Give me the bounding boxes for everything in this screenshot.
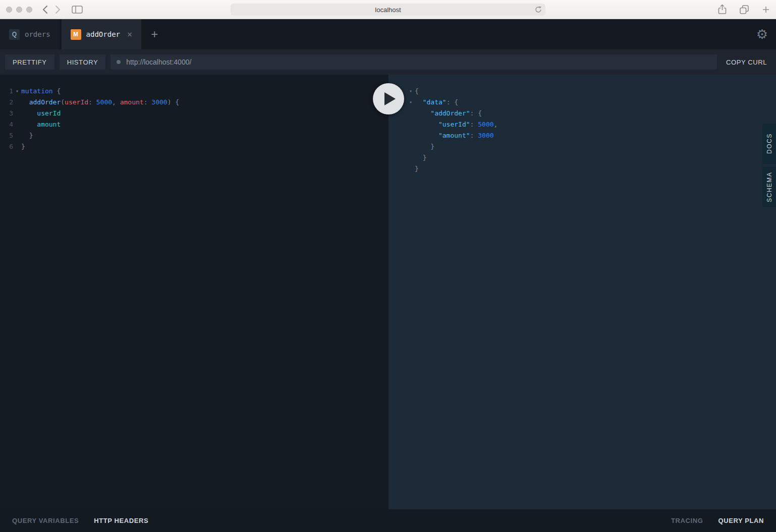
- line-number: 1: [0, 86, 13, 97]
- code-text: "addOrder": {: [415, 108, 482, 119]
- tab-label: addOrder: [86, 30, 120, 38]
- mutation-badge: M: [71, 29, 81, 40]
- fold-gutter: [407, 130, 415, 141]
- tab-label: orders: [25, 30, 50, 38]
- code-line: 6}: [0, 141, 389, 152]
- playground-tab-bar: Q orders M addOrder × + ⚙: [0, 19, 776, 49]
- history-button[interactable]: HISTORY: [60, 54, 106, 70]
- zoom-window-button[interactable]: [26, 7, 32, 13]
- sidebar-toggle-button[interactable]: [72, 6, 83, 14]
- fold-gutter: [407, 141, 415, 152]
- bottom-bar: QUERY VARIABLES HTTP HEADERS TRACING QUE…: [0, 509, 776, 532]
- code-text: }: [415, 163, 419, 174]
- line-number: 5: [0, 130, 13, 141]
- share-button[interactable]: [718, 4, 727, 15]
- plus-icon: [762, 6, 770, 14]
- fold-gutter: [13, 141, 21, 152]
- fold-gutter: [13, 97, 21, 108]
- schema-tab[interactable]: SCHEMA: [762, 167, 776, 207]
- code-line: ▾ "data": {: [407, 97, 776, 108]
- code-text: "data": {: [415, 97, 458, 108]
- query-plan-tab[interactable]: QUERY PLAN: [718, 517, 764, 524]
- code-text: }: [415, 141, 434, 152]
- code-text: "userId": 5000,: [415, 119, 497, 130]
- code-text: amount: [21, 119, 61, 130]
- code-text: userId: [21, 108, 61, 119]
- chevron-right-icon: [55, 5, 61, 14]
- forward-button[interactable]: [55, 5, 61, 14]
- tab-overview-button[interactable]: [740, 5, 749, 14]
- code-text: mutation {: [21, 86, 61, 97]
- endpoint-url: http://localhost:4000/: [126, 58, 191, 66]
- side-tabs: DOCS SCHEMA: [762, 124, 776, 207]
- code-text: }: [21, 141, 25, 152]
- code-text: }: [415, 152, 426, 163]
- execute-query-button[interactable]: [373, 83, 404, 114]
- query-editor[interactable]: 1▾mutation {2 addOrder(userId: 5000, amo…: [0, 75, 389, 509]
- graphql-playground: Q orders M addOrder × + ⚙ PRETTIFY HISTO…: [0, 19, 776, 532]
- url-text: localhost: [375, 6, 401, 14]
- line-number: 2: [0, 97, 13, 108]
- code-text: "amount": 3000: [415, 130, 494, 141]
- tab-bar-spacer: [168, 19, 756, 49]
- tabs-icon: [740, 5, 749, 14]
- fold-toggle-icon[interactable]: ▾: [407, 86, 415, 97]
- code-line: 5 }: [0, 130, 389, 141]
- code-text: {: [415, 86, 419, 97]
- fold-gutter: [407, 163, 415, 174]
- code-line: }: [407, 141, 776, 152]
- fold-gutter: [407, 119, 415, 130]
- fold-toggle-icon[interactable]: ▾: [407, 97, 415, 108]
- code-line: ▾{: [407, 86, 776, 97]
- code-line: "amount": 3000: [407, 130, 776, 141]
- code-text: addOrder(userId: 5000, amount: 3000) {: [21, 97, 179, 108]
- reload-button[interactable]: [535, 6, 542, 13]
- prettify-button[interactable]: PRETTIFY: [5, 54, 54, 70]
- address-bar[interactable]: localhost: [231, 4, 545, 16]
- minimize-window-button[interactable]: [16, 7, 22, 13]
- endpoint-input[interactable]: http://localhost:4000/: [110, 54, 717, 70]
- code-line: 3 userId: [0, 108, 389, 119]
- sidebar-icon: [72, 6, 83, 14]
- playground-main: 1▾mutation {2 addOrder(userId: 5000, amo…: [0, 75, 776, 509]
- line-number: 4: [0, 119, 13, 130]
- refresh-icon: [535, 6, 542, 13]
- query-badge: Q: [9, 29, 20, 40]
- chevron-left-icon: [42, 5, 48, 14]
- fold-gutter: [407, 108, 415, 119]
- code-line: 1▾mutation {: [0, 86, 389, 97]
- fold-gutter: [13, 130, 21, 141]
- code-line: "addOrder": {: [407, 108, 776, 119]
- response-viewer: ▾{▾ "data": { "addOrder": { "userId": 50…: [389, 75, 776, 509]
- tab-orders[interactable]: Q orders: [0, 19, 60, 49]
- close-tab-icon[interactable]: ×: [127, 29, 132, 39]
- code-text: }: [21, 130, 33, 141]
- tracing-tab[interactable]: TRACING: [671, 517, 703, 524]
- query-variables-tab[interactable]: QUERY VARIABLES: [12, 517, 79, 524]
- connection-dot-icon: [117, 60, 121, 64]
- play-icon: [384, 92, 396, 105]
- back-button[interactable]: [42, 5, 48, 14]
- code-line: 2 addOrder(userId: 5000, amount: 3000) {: [0, 97, 389, 108]
- share-icon: [718, 4, 727, 15]
- fold-gutter: [13, 119, 21, 130]
- code-line: }: [407, 163, 776, 174]
- copy-curl-button[interactable]: COPY CURL: [722, 58, 771, 66]
- new-browser-tab-button[interactable]: [762, 6, 770, 14]
- close-window-button[interactable]: [6, 7, 12, 13]
- line-number: 6: [0, 141, 13, 152]
- line-number: 3: [0, 108, 13, 119]
- settings-gear-icon[interactable]: ⚙: [756, 19, 768, 49]
- code-line: 4 amount: [0, 119, 389, 130]
- fold-toggle-icon[interactable]: ▾: [13, 86, 21, 97]
- new-playground-tab-button[interactable]: +: [141, 19, 168, 49]
- docs-tab[interactable]: DOCS: [762, 124, 776, 164]
- fold-gutter: [13, 108, 21, 119]
- tab-addorder[interactable]: M addOrder ×: [62, 19, 142, 49]
- playground-toolbar: PRETTIFY HISTORY http://localhost:4000/ …: [0, 49, 776, 75]
- traffic-lights: [6, 7, 32, 13]
- fold-gutter: [407, 152, 415, 163]
- code-line: }: [407, 152, 776, 163]
- http-headers-tab[interactable]: HTTP HEADERS: [94, 517, 148, 524]
- browser-chrome: localhost: [0, 0, 776, 19]
